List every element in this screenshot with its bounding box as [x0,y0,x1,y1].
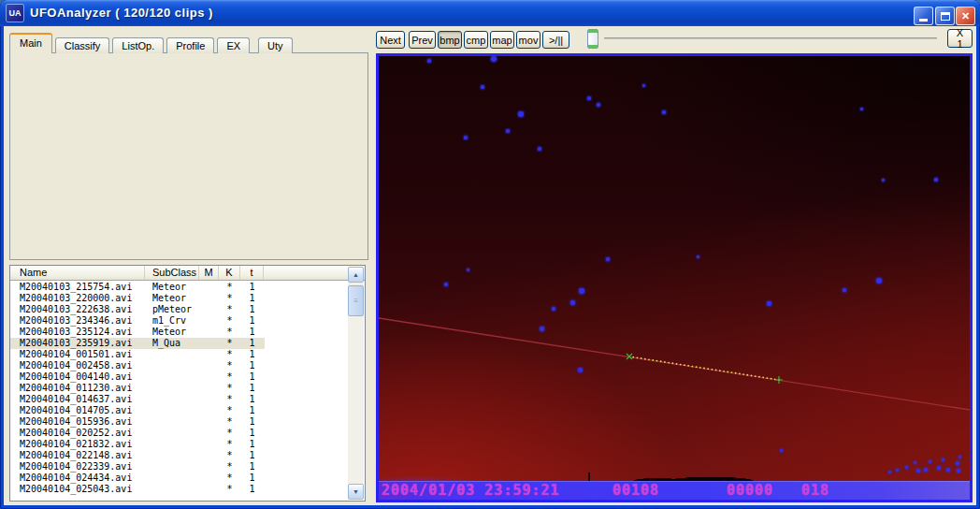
minimize-button[interactable] [914,7,933,25]
tab-ex[interactable]: EX [217,37,250,53]
star [662,110,666,114]
maximize-button[interactable] [935,7,955,25]
close-icon: ✕ [961,11,970,22]
star [467,269,469,271]
clip-viewer[interactable]: 2004/01/03 23:59:21 00108 00000 018 [376,53,973,502]
star [937,466,941,470]
cell [145,405,199,416]
cell: * [219,439,240,450]
viewer-map-button[interactable]: map [490,31,514,49]
tab-profile[interactable]: Profile [166,37,214,53]
cell: 1 [240,349,264,360]
cell: 1 [240,371,264,383]
close-button[interactable]: ✕ [956,7,975,25]
cell: * [219,405,240,416]
column-header-t[interactable]: t [240,266,264,280]
list-item[interactable]: M20040103_235124.aviMeteor*1 [10,327,349,338]
star [427,59,431,63]
detection-count: 018 [801,483,829,498]
tab-uty[interactable]: Uty [258,37,293,53]
cell: M20040104_022148.avi [10,450,145,461]
frame-slider-thumb[interactable] [587,29,598,49]
viewer-mov-button[interactable]: mov [516,31,540,49]
zoom-x1-button[interactable]: X 1 [947,29,973,48]
list-item[interactable]: M20040104_014637.avi*1 [10,394,349,405]
cell [199,349,219,360]
column-header-k[interactable]: K [219,266,240,280]
viewer-prev-button[interactable]: Prev [409,31,436,49]
star [924,468,928,472]
frame-slider-track[interactable] [604,37,937,40]
title-bar: UA UFOAnalyzer ( 120/120 clips ) ✕ [0,0,980,26]
scroll-up-button[interactable]: ▲ [348,267,364,283]
column-header-subclass[interactable]: SubClass [145,266,199,280]
star [916,469,920,473]
sky-image: 2004/01/03 23:59:21 00108 00000 018 [379,56,970,500]
viewer-cmp-button[interactable]: cmp [464,31,488,49]
list-item[interactable]: M20040103_235919.aviM_Qua*1 [10,338,349,349]
cell [199,405,219,416]
cell: 1 [240,383,264,394]
cell [199,383,219,394]
list-scrollbar[interactable]: ▲ ≡ ▼ [348,267,364,500]
cell: M20040104_004140.avi [10,371,145,383]
scroll-thumb[interactable]: ≡ [348,285,364,316]
star [606,257,610,261]
star [552,307,555,311]
cell: * [219,450,240,461]
window-title: UFOAnalyzer ( 120/120 clips ) [30,6,213,20]
list-item[interactable]: M20040104_022339.avi*1 [10,461,349,473]
list-item[interactable]: M20040104_020252.avi*1 [10,428,349,439]
cell: M20040104_014637.avi [10,394,145,405]
star [491,56,497,62]
cell: 1 [240,360,264,371]
scroll-down-button[interactable]: ▼ [348,484,364,500]
cell: M20040104_001501.avi [10,349,145,360]
list-item[interactable]: M20040104_004140.avi*1 [10,371,349,383]
cell [145,484,199,495]
star [934,178,938,182]
list-item[interactable]: M20040104_022148.avi*1 [10,450,349,461]
column-header-m[interactable]: M [199,266,219,280]
star [888,471,891,473]
star [570,300,575,305]
list-item[interactable]: M20040104_002458.avi*1 [10,360,349,371]
cell [199,484,219,495]
list-item[interactable]: M20040103_234346.avim1_Crv*1 [10,315,349,327]
viewer-next-button[interactable]: Next [376,31,405,49]
column-header-name[interactable]: Name [10,266,145,280]
cell: M_Qua [145,338,199,349]
cell [199,338,219,349]
star [780,449,783,452]
viewer-play-pause-button[interactable]: >/|| [542,31,569,49]
cell [145,360,199,371]
list-item[interactable]: M20040104_025043.avi*1 [10,484,349,495]
list-item[interactable]: M20040103_220000.aviMeteor*1 [10,293,349,304]
list-item[interactable]: M20040104_014705.avi*1 [10,405,349,416]
list-item[interactable]: M20040104_001501.avi*1 [10,349,349,360]
tab-main[interactable]: Main [9,33,52,53]
cell: 1 [240,282,264,293]
tab-classify[interactable]: Classify [55,37,110,53]
list-item[interactable]: M20040103_222638.avipMeteor*1 [10,304,349,315]
cell [145,394,199,405]
horizon-silhouette [379,470,970,481]
star [860,108,863,110]
star [946,468,950,472]
star [958,456,961,458]
list-item[interactable]: M20040104_024434.avi*1 [10,473,349,484]
cell [199,450,219,461]
star [843,288,846,292]
viewer-bmp-button[interactable]: bmp [438,31,462,49]
list-item[interactable]: M20040104_021832.avi*1 [10,439,349,450]
tab-listop[interactable]: ListOp. [112,37,164,53]
list-item[interactable]: M20040103_215754.aviMeteor*1 [10,282,349,293]
list-item[interactable]: M20040104_015936.avi*1 [10,416,349,428]
list-item[interactable]: M20040104_011230.avi*1 [10,383,349,394]
star [444,283,448,286]
cell [145,416,199,428]
star [540,327,544,331]
list-header: NameSubClassMKt [10,266,365,281]
cell: M20040103_222638.avi [10,304,145,315]
cell [199,282,219,293]
